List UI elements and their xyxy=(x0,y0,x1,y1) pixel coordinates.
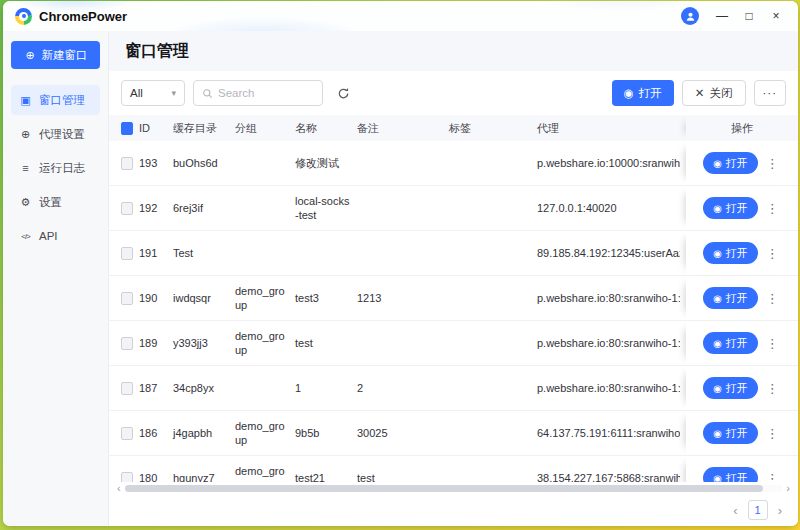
row-more-icon[interactable]: ⋮ xyxy=(764,471,781,483)
cell-tags xyxy=(449,411,537,455)
maximize-button[interactable]: □ xyxy=(739,6,759,26)
sidebar-item-label: 设置 xyxy=(39,195,62,210)
prev-page-button[interactable]: ‹ xyxy=(733,503,737,518)
cell-operations: ◉ 打开 ⋮ xyxy=(686,231,798,275)
row-more-icon[interactable]: ⋮ xyxy=(764,336,781,351)
cell-cache: 34cp8yx xyxy=(173,366,235,410)
scrollbar-track[interactable] xyxy=(125,485,783,492)
cell-id: 186 xyxy=(139,411,173,455)
cell-operations: ◉ 打开 ⋮ xyxy=(686,141,798,185)
cell-cache: j4gapbh xyxy=(173,411,235,455)
row-more-icon[interactable]: ⋮ xyxy=(764,156,781,171)
cell-cache: iwdqsqr xyxy=(173,276,235,320)
titlebar: ChromePower — □ × xyxy=(3,1,798,31)
row-more-icon[interactable]: ⋮ xyxy=(764,201,781,216)
cell-operations: ◉ 打开 ⋮ xyxy=(686,456,798,482)
app-title: ChromePower xyxy=(39,9,127,24)
close-selected-button[interactable]: ✕ 关闭 xyxy=(682,80,746,106)
cell-proxy: 64.137.75.191:6111:sranwiho:atonupx xyxy=(537,411,686,455)
filter-select[interactable]: All ▾ xyxy=(121,80,185,106)
row-checkbox[interactable] xyxy=(121,472,133,483)
row-open-button[interactable]: ◉ 打开 xyxy=(703,242,758,264)
close-x-icon: ✕ xyxy=(695,86,705,100)
table-row: 180 hqunyz7 demo_group test21 test 38.15… xyxy=(109,456,798,482)
code-icon: </> xyxy=(19,232,32,241)
search-input[interactable]: Search xyxy=(193,80,323,106)
scroll-right-icon[interactable]: › xyxy=(786,483,790,494)
column-header-name: 名称 xyxy=(295,115,357,141)
sidebar-item-window-management[interactable]: ▣ 窗口管理 xyxy=(11,85,100,115)
cell-group xyxy=(235,186,295,230)
cell-proxy: 127.0.0.1:40020 xyxy=(537,186,686,230)
new-window-button[interactable]: ⊕ 新建窗口 xyxy=(11,41,100,69)
refresh-button[interactable] xyxy=(331,81,355,105)
row-checkbox[interactable] xyxy=(121,292,133,305)
open-icon: ◉ xyxy=(713,473,722,483)
open-selected-button[interactable]: ◉ 打开 xyxy=(612,80,674,106)
row-more-icon[interactable]: ⋮ xyxy=(764,381,781,396)
filter-value: All xyxy=(130,87,143,99)
cell-name: test21 xyxy=(295,456,357,482)
page-number[interactable]: 1 xyxy=(748,500,768,520)
row-open-label: 打开 xyxy=(726,291,748,306)
next-page-button[interactable]: › xyxy=(778,503,782,518)
row-open-button[interactable]: ◉ 打开 xyxy=(703,332,758,354)
cell-id: 187 xyxy=(139,366,173,410)
row-open-button[interactable]: ◉ 打开 xyxy=(703,422,758,444)
select-all-checkbox[interactable] xyxy=(121,122,133,135)
cell-id: 190 xyxy=(139,276,173,320)
cell-name: test3 xyxy=(295,276,357,320)
user-avatar[interactable] xyxy=(681,7,699,25)
cell-proxy: p.webshare.io:80:sranwiho-1:atonupx xyxy=(537,276,686,320)
row-more-icon[interactable]: ⋮ xyxy=(764,291,781,306)
content-card: All ▾ Search xyxy=(109,71,798,526)
close-window-button[interactable]: × xyxy=(766,6,786,26)
cell-remark: 1213 xyxy=(357,276,449,320)
open-button-label: 打开 xyxy=(639,86,662,101)
row-more-icon[interactable]: ⋮ xyxy=(764,246,781,261)
sidebar-item-api[interactable]: </> API xyxy=(11,221,100,251)
sidebar-item-label: 代理设置 xyxy=(39,127,85,142)
cell-cache: Test xyxy=(173,231,235,275)
open-icon: ◉ xyxy=(713,293,722,304)
row-more-icon[interactable]: ⋮ xyxy=(764,426,781,441)
minimize-button[interactable]: — xyxy=(712,6,732,26)
row-checkbox[interactable] xyxy=(121,157,133,170)
list-icon: ≡ xyxy=(19,162,32,174)
close-icon: × xyxy=(772,9,779,23)
row-open-button[interactable]: ◉ 打开 xyxy=(703,152,758,174)
cell-remark xyxy=(357,141,449,185)
open-icon: ◉ xyxy=(713,203,722,214)
row-open-button[interactable]: ◉ 打开 xyxy=(703,197,758,219)
cell-operations: ◉ 打开 ⋮ xyxy=(686,411,798,455)
row-checkbox[interactable] xyxy=(121,247,133,260)
row-checkbox[interactable] xyxy=(121,202,133,215)
open-icon: ◉ xyxy=(713,338,722,349)
cell-tags xyxy=(449,456,537,482)
cell-proxy: p.webshare.io:80:sranwiho-1:atonupx xyxy=(537,366,686,410)
page-title: 窗口管理 xyxy=(125,41,782,62)
sidebar: ⊕ 新建窗口 ▣ 窗口管理 ⊕ 代理设置 ≡ 运行日志 ⚙ 设置 </> API xyxy=(3,31,109,526)
cell-id: 192 xyxy=(139,186,173,230)
column-header-proxy: 代理 xyxy=(537,115,686,141)
scroll-left-icon[interactable]: ‹ xyxy=(117,483,121,494)
cell-tags xyxy=(449,321,537,365)
cell-remark: 2 xyxy=(357,366,449,410)
cell-id: 193 xyxy=(139,141,173,185)
row-checkbox[interactable] xyxy=(121,337,133,350)
open-icon: ◉ xyxy=(713,383,722,394)
scrollbar-thumb[interactable] xyxy=(125,485,763,492)
ellipsis-icon: ··· xyxy=(763,87,778,99)
horizontal-scrollbar: ‹ › xyxy=(109,482,798,494)
sidebar-item-settings[interactable]: ⚙ 设置 xyxy=(11,187,100,217)
more-actions-button[interactable]: ··· xyxy=(754,80,787,106)
row-checkbox[interactable] xyxy=(121,427,133,440)
sidebar-item-proxy-settings[interactable]: ⊕ 代理设置 xyxy=(11,119,100,149)
cell-group: demo_group xyxy=(235,321,295,365)
row-open-button[interactable]: ◉ 打开 xyxy=(703,377,758,399)
row-open-button[interactable]: ◉ 打开 xyxy=(703,467,758,482)
cell-cache: y393jj3 xyxy=(173,321,235,365)
row-checkbox[interactable] xyxy=(121,382,133,395)
row-open-button[interactable]: ◉ 打开 xyxy=(703,287,758,309)
sidebar-item-run-logs[interactable]: ≡ 运行日志 xyxy=(11,153,100,183)
